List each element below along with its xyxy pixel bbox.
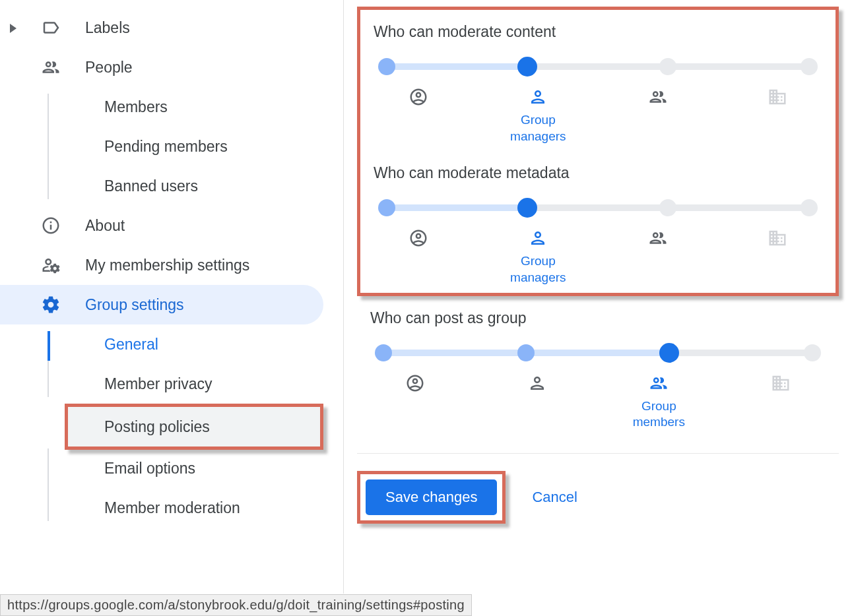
slider-stop-owners[interactable] xyxy=(376,373,455,431)
sidebar-item-pending-members[interactable]: Pending members xyxy=(48,127,323,166)
nav-label: Labels xyxy=(85,19,130,37)
account-circle-icon xyxy=(409,87,428,107)
slider-stop-managers[interactable]: Group managers xyxy=(498,228,577,286)
main-content: Who can moderate content Group manag xyxy=(343,0,852,594)
sidebar-item-banned-users[interactable]: Banned users xyxy=(48,166,323,206)
slider-stop-organization[interactable] xyxy=(741,373,820,431)
indent-line xyxy=(48,448,49,521)
button-row: Save changes Cancel xyxy=(357,453,839,524)
setting-title: Who can moderate content xyxy=(374,23,822,41)
group-icon xyxy=(648,228,668,248)
sidebar: Labels People Members Pending members Ba… xyxy=(0,0,343,594)
sidebar-item-my-membership[interactable]: My membership settings xyxy=(0,245,323,285)
highlight-moderation-sections: Who can moderate content Group manag xyxy=(357,7,839,296)
person-icon xyxy=(527,373,547,393)
nav-label: Banned users xyxy=(104,177,198,195)
setting-title: Who can post as group xyxy=(370,309,826,327)
sidebar-item-people[interactable]: People xyxy=(0,47,323,87)
person-icon xyxy=(528,87,548,107)
account-circle-icon xyxy=(409,228,428,248)
group-icon xyxy=(649,373,669,393)
nav-label: About xyxy=(85,217,125,235)
slider-stop-managers[interactable] xyxy=(498,373,577,431)
nav-label: Pending members xyxy=(104,138,228,156)
nav-label: Posting policies xyxy=(104,418,210,436)
nav-label: Member privacy xyxy=(104,375,213,393)
nav-label: Members xyxy=(104,98,168,116)
domain-icon xyxy=(768,87,787,107)
setting-title: Who can moderate metadata xyxy=(374,164,822,182)
label-icon xyxy=(41,18,61,38)
slider-label: Group managers xyxy=(498,112,577,144)
setting-moderate-metadata: Who can moderate metadata Group mana xyxy=(360,151,836,292)
active-indicator xyxy=(48,331,50,361)
setting-post-as-group: Who can post as group Group members xyxy=(357,296,839,437)
slider-stop-managers[interactable]: Group managers xyxy=(498,87,577,144)
status-bar-url: https://groups.google.com/a/stonybrook.e… xyxy=(0,594,472,616)
save-button[interactable]: Save changes xyxy=(366,479,497,515)
sidebar-item-general[interactable]: General xyxy=(48,324,323,364)
gear-icon xyxy=(41,295,61,315)
slider-stop-organization[interactable] xyxy=(738,228,817,286)
sidebar-item-about[interactable]: About xyxy=(0,206,323,245)
sidebar-item-group-settings[interactable]: Group settings xyxy=(0,285,323,324)
expand-triangle-icon[interactable] xyxy=(10,24,16,33)
slider-stop-organization[interactable] xyxy=(738,87,817,144)
slider-stop-members[interactable] xyxy=(618,228,698,286)
sidebar-item-member-moderation[interactable]: Member moderation xyxy=(48,488,323,528)
group-icon xyxy=(648,87,668,107)
slider-stop-owners[interactable] xyxy=(379,228,458,286)
sidebar-item-email-options[interactable]: Email options xyxy=(48,448,323,488)
slider-label: Group managers xyxy=(498,253,577,286)
nav-label: Member moderation xyxy=(104,499,240,517)
cancel-button[interactable]: Cancel xyxy=(532,489,577,506)
info-icon xyxy=(41,216,61,235)
nav-label: Group settings xyxy=(85,296,184,314)
highlight-save-button: Save changes xyxy=(357,471,506,524)
nav-label: Email options xyxy=(104,460,195,477)
indent-line xyxy=(48,94,49,199)
sidebar-item-member-privacy[interactable]: Member privacy xyxy=(48,364,323,404)
domain-icon xyxy=(768,228,787,248)
slider-label: Group members xyxy=(619,398,698,431)
account-circle-icon xyxy=(405,373,425,393)
highlight-posting-policies: Posting policies xyxy=(65,404,323,450)
sidebar-item-posting-policies[interactable]: Posting policies xyxy=(68,407,320,447)
permission-slider[interactable] xyxy=(387,55,809,77)
slider-stop-members[interactable] xyxy=(618,87,698,144)
person-icon xyxy=(528,228,548,248)
slider-stop-members[interactable]: Group members xyxy=(619,373,698,431)
nav-label: My membership settings xyxy=(85,257,249,274)
sidebar-item-members[interactable]: Members xyxy=(48,87,323,127)
person-settings-icon xyxy=(41,255,61,275)
domain-icon xyxy=(771,373,791,393)
setting-moderate-content: Who can moderate content Group manag xyxy=(360,10,836,151)
nav-label: People xyxy=(85,59,133,77)
people-icon xyxy=(41,57,61,77)
permission-slider[interactable] xyxy=(383,342,812,363)
permission-slider[interactable] xyxy=(387,197,809,218)
nav-label: General xyxy=(104,336,158,354)
sidebar-item-labels[interactable]: Labels xyxy=(0,8,323,47)
slider-stop-owners[interactable] xyxy=(379,87,458,144)
